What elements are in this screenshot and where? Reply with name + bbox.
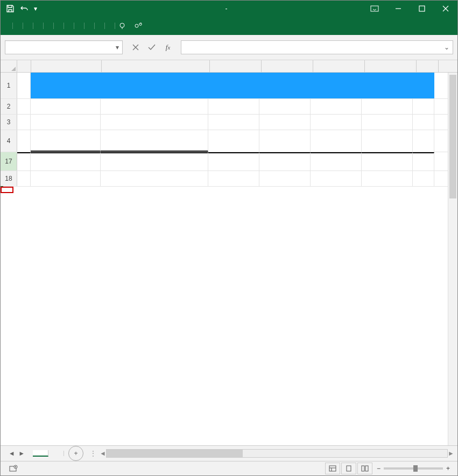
cell[interactable] xyxy=(31,99,101,114)
worksheet-grid[interactable]: 1 2 3 4 17 xyxy=(1,60,457,445)
enter-icon[interactable] xyxy=(146,42,157,53)
save-icon[interactable] xyxy=(6,4,15,13)
select-all-button[interactable] xyxy=(1,60,17,72)
formula-input[interactable]: ⌄ xyxy=(181,40,453,54)
cell[interactable] xyxy=(259,171,311,186)
cell[interactable] xyxy=(362,152,413,170)
cell[interactable] xyxy=(208,130,259,152)
cell[interactable] xyxy=(362,171,413,186)
sheet-tab-other[interactable] xyxy=(48,451,64,456)
tell-me[interactable] xyxy=(118,22,128,30)
sheet-divider-icon: ⋮ xyxy=(90,450,96,457)
close-button[interactable] xyxy=(434,1,457,17)
col-header-b[interactable] xyxy=(31,60,102,72)
formula-expand-icon[interactable]: ⌄ xyxy=(444,44,449,51)
minimize-button[interactable] xyxy=(386,1,410,17)
cell[interactable] xyxy=(208,152,259,170)
cell[interactable] xyxy=(311,171,362,186)
undo-icon[interactable] xyxy=(20,5,29,12)
header-month[interactable] xyxy=(31,130,101,152)
cell[interactable] xyxy=(17,99,31,114)
col-header-a[interactable] xyxy=(17,60,31,72)
col-header-e[interactable] xyxy=(262,60,313,72)
view-normal-button[interactable] xyxy=(325,463,340,474)
tab-sideoppsett[interactable] xyxy=(34,23,44,29)
banner-title[interactable] xyxy=(31,73,434,98)
row-header[interactable]: 4 xyxy=(1,130,17,152)
cell[interactable] xyxy=(413,130,434,152)
cell[interactable] xyxy=(259,115,311,130)
cell[interactable] xyxy=(413,171,434,186)
col-header-h[interactable] xyxy=(417,60,439,72)
tab-data[interactable] xyxy=(55,23,64,29)
cell[interactable] xyxy=(101,171,208,186)
fx-icon[interactable]: fx xyxy=(163,42,173,53)
cell[interactable] xyxy=(208,171,259,186)
cell[interactable] xyxy=(31,171,101,186)
cell[interactable] xyxy=(259,99,311,114)
cell[interactable] xyxy=(362,130,413,152)
row-header[interactable]: 2 xyxy=(1,99,17,114)
zoom-in-button[interactable]: + xyxy=(446,465,450,472)
cell[interactable] xyxy=(311,99,362,114)
cell[interactable] xyxy=(17,152,31,170)
horizontal-scrollbar[interactable]: ◄ ► xyxy=(96,449,457,458)
cell[interactable] xyxy=(413,99,434,114)
tab-visning[interactable] xyxy=(75,23,84,29)
zoom-slider[interactable] xyxy=(384,467,443,470)
cell[interactable] xyxy=(17,130,31,152)
cell[interactable] xyxy=(101,115,208,130)
cell[interactable] xyxy=(413,115,434,130)
tab-formler[interactable] xyxy=(45,23,54,29)
name-box[interactable]: ▾ xyxy=(5,40,123,54)
cancel-icon[interactable] xyxy=(130,42,141,53)
row-header[interactable]: 3 xyxy=(1,115,17,130)
total-value[interactable] xyxy=(101,152,208,170)
tab-sett-inn[interactable] xyxy=(24,23,33,29)
zoom-out-button[interactable]: − xyxy=(377,465,381,472)
cell[interactable] xyxy=(101,99,208,114)
cell[interactable] xyxy=(259,152,311,170)
cell[interactable] xyxy=(208,115,259,130)
tab-team[interactable] xyxy=(106,23,115,29)
tab-utvikler[interactable] xyxy=(86,23,95,29)
maximize-button[interactable] xyxy=(410,1,434,17)
tab-hjem[interactable] xyxy=(14,23,23,29)
sheet-nav[interactable]: ◄ ► xyxy=(1,450,33,457)
row-header[interactable]: 18 xyxy=(1,171,17,186)
cell[interactable] xyxy=(208,99,259,114)
col-header-g[interactable] xyxy=(365,60,417,72)
header-omsetning[interactable] xyxy=(101,130,208,152)
view-page-break-button[interactable] xyxy=(357,463,372,474)
view-page-layout-button[interactable] xyxy=(341,463,356,474)
macro-record-icon[interactable] xyxy=(9,465,18,472)
chevron-down-icon[interactable]: ▾ xyxy=(116,44,119,51)
cell[interactable] xyxy=(17,171,31,186)
cell[interactable] xyxy=(259,130,311,152)
ribbon-options-icon[interactable] xyxy=(363,1,386,17)
col-header-f[interactable] xyxy=(313,60,365,72)
sheet-tab-active[interactable] xyxy=(33,450,48,457)
cell[interactable] xyxy=(413,152,434,170)
tab-se-gjennom[interactable] xyxy=(65,23,74,29)
col-header-c[interactable] xyxy=(102,60,210,72)
add-sheet-button[interactable]: + xyxy=(68,446,83,461)
row-header[interactable]: 17 xyxy=(1,152,17,170)
cell[interactable] xyxy=(311,115,362,130)
cell[interactable] xyxy=(362,115,413,130)
tab-tillegg[interactable] xyxy=(96,23,105,29)
tab-fil[interactable] xyxy=(4,23,13,29)
cell[interactable] xyxy=(311,130,362,152)
bulb-icon xyxy=(118,22,126,30)
cell[interactable] xyxy=(17,73,31,98)
vertical-scrollbar[interactable] xyxy=(448,73,457,445)
cell[interactable] xyxy=(311,152,362,170)
cell[interactable] xyxy=(17,115,31,130)
share-button[interactable] xyxy=(129,17,147,35)
col-header-d[interactable] xyxy=(210,60,262,72)
cell[interactable] xyxy=(362,99,413,114)
qat-dropdown-icon[interactable]: ▾ xyxy=(34,5,37,12)
cell[interactable] xyxy=(31,115,101,130)
row-header[interactable]: 1 xyxy=(1,73,17,98)
total-label[interactable] xyxy=(31,152,101,170)
